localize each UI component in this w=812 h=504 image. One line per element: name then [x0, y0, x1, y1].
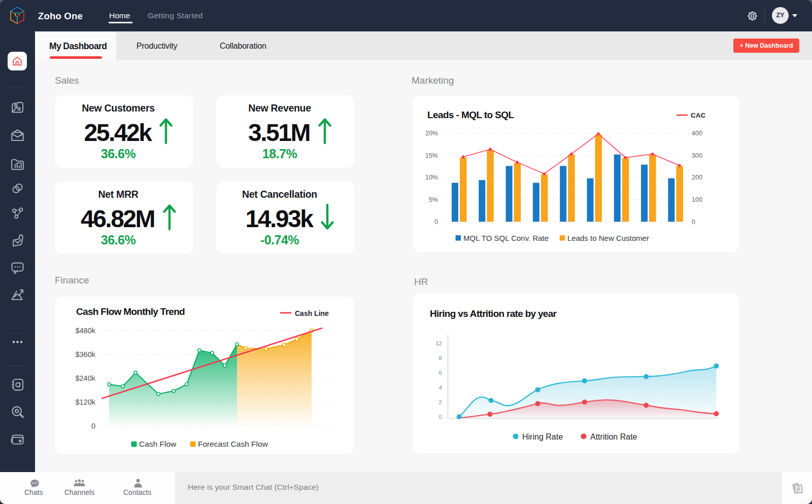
svg-text:300: 300: [692, 152, 702, 159]
svg-text:8: 8: [439, 355, 442, 361]
svg-text:0: 0: [434, 219, 438, 226]
svg-text:20%: 20%: [425, 130, 438, 137]
svg-text:12: 12: [435, 340, 442, 346]
svg-text:100: 100: [692, 196, 702, 203]
svg-text:5%: 5%: [429, 196, 438, 203]
svg-text:MQL TO SQL Conv. Rate: MQL TO SQL Conv. Rate: [463, 234, 549, 242]
svg-text:Cash Line: Cash Line: [295, 309, 329, 317]
svg-text:Leads to New Customer: Leads to New Customer: [567, 234, 649, 242]
svg-text:$360k: $360k: [75, 350, 95, 358]
svg-text:0: 0: [692, 219, 695, 226]
svg-text:Leads - MQL to SQL: Leads - MQL to SQL: [427, 110, 514, 120]
svg-text:Hiring Rate: Hiring Rate: [522, 433, 563, 441]
svg-text:CAC: CAC: [691, 112, 705, 119]
svg-text:10%: 10%: [425, 174, 438, 181]
svg-text:$240k: $240k: [75, 374, 95, 382]
svg-text:Forecast Cash Flow: Forecast Cash Flow: [198, 440, 268, 448]
svg-text:Hiring vs Attrition rate by ye: Hiring vs Attrition rate by year: [430, 308, 557, 319]
svg-text:200: 200: [692, 174, 702, 181]
svg-text:4: 4: [439, 384, 443, 390]
svg-text:Attrition Rate: Attrition Rate: [590, 433, 637, 441]
svg-text:2: 2: [439, 399, 442, 405]
svg-text:0: 0: [439, 414, 442, 420]
svg-text:0: 0: [91, 422, 95, 430]
svg-text:$120k: $120k: [75, 398, 95, 406]
svg-text:15%: 15%: [425, 152, 438, 159]
svg-text:Cash Flow Monthly Trend: Cash Flow Monthly Trend: [76, 306, 185, 317]
svg-text:400: 400: [692, 130, 702, 137]
svg-text:6: 6: [439, 370, 442, 376]
svg-text:$480k: $480k: [75, 327, 95, 335]
svg-text:Cash Flow: Cash Flow: [139, 440, 177, 448]
